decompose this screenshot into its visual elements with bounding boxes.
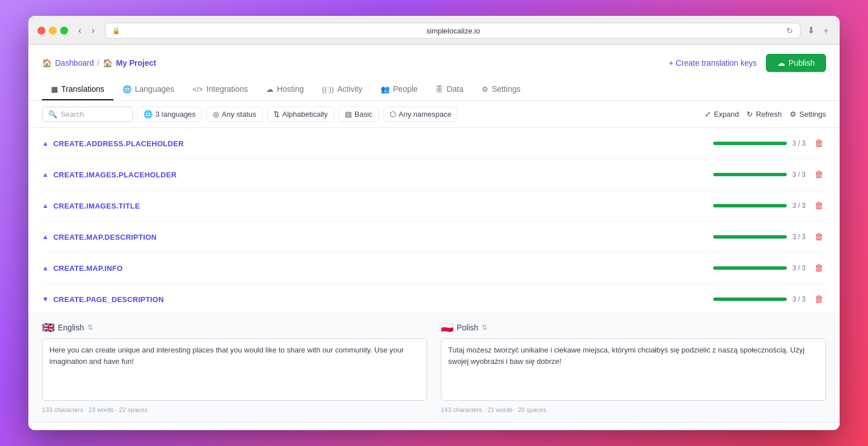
table-row: ▼ CREATE.PAGE_DESCRIPTION 3 / 3 🗑 (42, 284, 826, 312)
delete-button[interactable]: 🗑 (812, 230, 826, 244)
translation-key[interactable]: CREATE.IMAGES.TITLE (53, 202, 713, 210)
tab-languages-label: Languages (135, 84, 174, 94)
polish-char-count: 143 characters · 21 words · 20 spaces (441, 406, 826, 413)
settings-nav-icon: ⚙ (482, 85, 488, 94)
url-text: simplelocalize.io (124, 27, 783, 35)
app-header: 🏠 Dashboard / 🏠 My Project + Create tran… (28, 45, 840, 101)
tab-activity[interactable]: ((·)) Activity (313, 79, 371, 100)
status-icon: ◎ (213, 110, 219, 118)
tab-settings[interactable]: ⚙ Settings (473, 79, 530, 100)
english-language-header: 🇬🇧 English ⇅ (42, 321, 427, 334)
progress-bar-fill (713, 204, 787, 207)
view-filter-button[interactable]: ▤ Basic (339, 107, 379, 122)
traffic-lights (37, 27, 68, 35)
translation-key[interactable]: CREATE.ADDRESS.PLACEHOLDER (53, 139, 713, 148)
cloud-upload-icon: ☁ (777, 58, 785, 67)
breadcrumb-separator: / (98, 58, 100, 67)
publish-button[interactable]: ☁ Publish (766, 54, 826, 72)
tab-data[interactable]: 🗄 Data (427, 79, 473, 100)
back-button[interactable]: ‹ (75, 24, 85, 37)
progress-count: 3 / 3 (793, 171, 806, 179)
collapse-icon[interactable]: ▲ (42, 233, 49, 241)
sort-filter-button[interactable]: ⇅ Alphabetically (267, 107, 334, 122)
progress-bar-fill (713, 298, 787, 301)
progress-bar (713, 266, 787, 270)
progress-bar (713, 204, 787, 207)
table-row: ▲ CREATE.MAP.INFO 3 / 3 🗑 (42, 253, 826, 284)
translation-progress: 3 / 3 (713, 233, 806, 241)
expand-icon[interactable]: ▼ (42, 295, 49, 303)
translation-progress: 3 / 3 (713, 202, 806, 210)
namespace-filter-button[interactable]: ⬡ Any namespace (384, 107, 458, 122)
settings-button[interactable]: ⚙ Settings (790, 110, 826, 118)
delete-button[interactable]: 🗑 (812, 261, 826, 275)
refresh-button[interactable]: ↻ Refresh (747, 110, 782, 118)
polish-sort-icon[interactable]: ⇅ (482, 324, 487, 332)
translation-progress: 3 / 3 (713, 295, 806, 303)
translation-key[interactable]: CREATE.MAP.DESCRIPTION (53, 233, 713, 241)
minimize-traffic-light[interactable] (49, 27, 57, 35)
delete-button[interactable]: 🗑 (812, 167, 826, 182)
tab-translations-label: Translations (61, 84, 104, 94)
delete-button[interactable]: 🗑 (812, 292, 826, 307)
fullscreen-traffic-light[interactable] (60, 27, 68, 35)
browser-actions: ⬇ ＋ (807, 25, 831, 37)
project-emoji: 🏠 (103, 58, 112, 67)
new-tab-icon[interactable]: ＋ (821, 25, 831, 37)
gear-icon: ⚙ (790, 110, 797, 118)
delete-button[interactable]: 🗑 (812, 198, 826, 213)
polish-translation-input[interactable] (441, 338, 826, 401)
reload-button[interactable]: ↻ (786, 26, 793, 35)
tab-languages[interactable]: 🌐 Languages (113, 79, 183, 100)
tab-hosting[interactable]: ☁ Hosting (257, 79, 313, 100)
progress-count: 3 / 3 (793, 139, 806, 147)
download-icon[interactable]: ⬇ (807, 25, 815, 37)
collapse-icon[interactable]: ▲ (42, 139, 49, 147)
english-column: 🇬🇧 English ⇅ 133 characters · 23 words ·… (42, 321, 427, 413)
search-placeholder: Search (61, 110, 84, 118)
collapse-icon[interactable]: ▲ (42, 202, 49, 210)
translation-list: ▲ CREATE.ADDRESS.PLACEHOLDER 3 / 3 🗑 ▲ C… (28, 128, 840, 312)
delete-button[interactable]: 🗑 (812, 136, 826, 151)
forward-button[interactable]: › (88, 24, 98, 37)
browser-window: ‹ › 🔒 simplelocalize.io ↻ ⬇ ＋ 🏠 Dashboar… (28, 16, 840, 430)
cloud-icon: ☁ (266, 85, 273, 94)
english-translation-input[interactable] (42, 338, 427, 401)
table-row: ▲ CREATE.MAP.DESCRIPTION 3 / 3 🗑 (42, 222, 826, 253)
tab-activity-label: Activity (337, 84, 362, 94)
nav-arrows: ‹ › (75, 24, 98, 37)
address-bar[interactable]: 🔒 simplelocalize.io ↻ (105, 23, 800, 39)
progress-bar-fill (713, 266, 787, 270)
tab-people[interactable]: 👥 People (372, 79, 427, 100)
header-actions: + Create translation keys ☁ Publish (669, 54, 826, 72)
english-sort-icon[interactable]: ⇅ (87, 324, 93, 332)
toolbar-right: ⤢ Expand ↻ Refresh ⚙ Settings (705, 110, 826, 118)
language-columns: 🇬🇧 English ⇅ 133 characters · 23 words ·… (42, 321, 826, 413)
translations-icon: ▦ (51, 85, 58, 94)
expand-button[interactable]: ⤢ Expand (705, 110, 739, 118)
polish-column: 🇵🇱 Polish ⇅ 143 characters · 21 words · … (441, 321, 826, 413)
tab-integrations[interactable]: </> Integrations (183, 79, 257, 100)
collapse-icon[interactable]: ▲ (42, 264, 49, 272)
progress-bar (713, 235, 787, 239)
tab-translations[interactable]: ▦ Translations (42, 79, 113, 100)
status-filter-button[interactable]: ◎ Any status (207, 107, 263, 122)
translation-key[interactable]: CREATE.MAP.INFO (53, 264, 713, 273)
search-box[interactable]: 🔍 Search (42, 107, 133, 122)
progress-count: 3 / 3 (793, 233, 806, 241)
breadcrumb-dashboard[interactable]: Dashboard (55, 58, 94, 67)
close-traffic-light[interactable] (37, 27, 45, 35)
translation-key[interactable]: CREATE.PAGE_DESCRIPTION (53, 295, 713, 304)
translation-key[interactable]: CREATE.IMAGES.PLACEHOLDER (53, 171, 713, 179)
translation-progress: 3 / 3 (713, 264, 806, 272)
translation-progress: 3 / 3 (713, 171, 806, 179)
english-language-name: English (58, 323, 84, 332)
breadcrumb-project-name[interactable]: My Project (116, 58, 156, 67)
toolbar: 🔍 Search 🌐 3 languages ◎ Any status ⇅ Al… (28, 101, 840, 128)
create-translation-keys-button[interactable]: + Create translation keys (669, 58, 757, 67)
table-row: ▲ CREATE.ADDRESS.PLACEHOLDER 3 / 3 🗑 (42, 128, 826, 159)
progress-count: 3 / 3 (793, 295, 806, 303)
collapse-icon[interactable]: ▲ (42, 171, 49, 179)
languages-filter-button[interactable]: 🌐 3 languages (137, 107, 202, 122)
expanded-translation-section: 🇬🇧 English ⇅ 133 characters · 23 words ·… (28, 312, 840, 423)
